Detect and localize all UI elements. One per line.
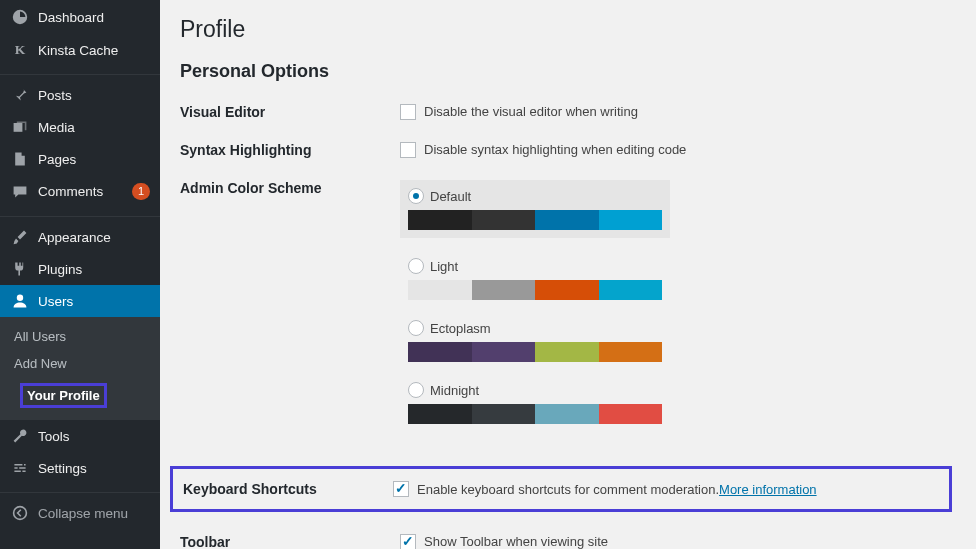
- wrench-icon: [10, 428, 30, 444]
- sidebar-item-label: Tools: [38, 429, 150, 444]
- sidebar-item-label: Dashboard: [38, 10, 150, 25]
- row-color-scheme: Admin Color Scheme Default Light Ectopla…: [180, 180, 956, 444]
- scheme-default-radio[interactable]: [408, 188, 424, 204]
- sidebar-item-label: Settings: [38, 461, 150, 476]
- sidebar-item-label: Kinsta Cache: [38, 43, 150, 58]
- row-syntax-highlight: Syntax Highlighting Disable syntax highl…: [180, 142, 956, 158]
- sidebar-item-pages[interactable]: Pages: [0, 143, 160, 175]
- row-visual-editor: Visual Editor Disable the visual editor …: [180, 104, 956, 120]
- users-submenu: All Users Add New Your Profile: [0, 317, 160, 420]
- sidebar-item-tools[interactable]: Tools: [0, 420, 160, 452]
- visual-editor-checkbox[interactable]: [400, 104, 416, 120]
- sidebar-item-kinsta[interactable]: K Kinsta Cache: [0, 34, 160, 66]
- scheme-light[interactable]: Light: [400, 258, 670, 300]
- menu-separator: [0, 212, 160, 217]
- scheme-midnight-radio[interactable]: [408, 382, 424, 398]
- syntax-field: Disable syntax highlighting when editing…: [400, 142, 956, 158]
- comments-badge: 1: [132, 183, 150, 200]
- scheme-default-label: Default: [430, 189, 471, 204]
- syntax-text: Disable syntax highlighting when editing…: [424, 142, 686, 158]
- sidebar-item-label: Appearance: [38, 230, 150, 245]
- sidebar-item-plugins[interactable]: Plugins: [0, 253, 160, 285]
- sidebar-item-dashboard[interactable]: Dashboard: [0, 0, 160, 34]
- scheme-ectoplasm-swatch: [408, 342, 662, 362]
- more-information-link[interactable]: More information: [719, 482, 817, 497]
- sidebar-item-label: Plugins: [38, 262, 150, 277]
- sidebar-item-label: Users: [38, 294, 150, 309]
- scheme-midnight-label: Midnight: [430, 383, 479, 398]
- scheme-default[interactable]: Default: [400, 180, 670, 238]
- color-scheme-field: Default Light Ectoplasm Midnight: [400, 180, 956, 444]
- section-personal-options: Personal Options: [180, 61, 956, 82]
- toolbar-label: Toolbar: [180, 534, 400, 549]
- toolbar-text: Show Toolbar when viewing site: [424, 534, 608, 549]
- visual-editor-label: Visual Editor: [180, 104, 400, 120]
- plug-icon: [10, 261, 30, 277]
- sliders-icon: [10, 460, 30, 476]
- scheme-default-swatch: [408, 210, 662, 230]
- svg-point-2: [14, 507, 27, 520]
- scheme-ectoplasm-radio[interactable]: [408, 320, 424, 336]
- color-scheme-label: Admin Color Scheme: [180, 180, 400, 444]
- sidebar-item-appearance[interactable]: Appearance: [0, 221, 160, 253]
- sub-all-users[interactable]: All Users: [0, 323, 160, 350]
- row-keyboard-shortcuts-highlight: Keyboard Shortcuts Enable keyboard short…: [170, 466, 952, 512]
- sidebar-item-label: Pages: [38, 152, 150, 167]
- scheme-midnight[interactable]: Midnight: [400, 382, 670, 424]
- menu-separator: [0, 488, 160, 493]
- kinsta-icon: K: [10, 42, 30, 58]
- media-icon: [10, 119, 30, 135]
- sidebar-item-media[interactable]: Media: [0, 111, 160, 143]
- comment-icon: [10, 184, 30, 200]
- svg-rect-0: [14, 123, 23, 132]
- scheme-ectoplasm-label: Ectoplasm: [430, 321, 491, 336]
- your-profile-highlight: Your Profile: [20, 383, 107, 408]
- toolbar-field: Show Toolbar when viewing site: [400, 534, 956, 549]
- sidebar-item-label: Comments: [38, 184, 128, 199]
- brush-icon: [10, 229, 30, 245]
- toolbar-checkbox[interactable]: [400, 534, 416, 549]
- collapse-menu[interactable]: Collapse menu: [0, 497, 160, 529]
- scheme-light-swatch: [408, 280, 662, 300]
- sidebar-item-label: Posts: [38, 88, 150, 103]
- keyboard-field: Enable keyboard shortcuts for comment mo…: [393, 481, 939, 497]
- keyboard-checkbox[interactable]: [393, 481, 409, 497]
- collapse-icon: [10, 505, 30, 521]
- page-title: Profile: [180, 16, 956, 43]
- sidebar-item-posts[interactable]: Posts: [0, 79, 160, 111]
- sidebar-item-settings[interactable]: Settings: [0, 452, 160, 484]
- dashboard-icon: [10, 8, 30, 26]
- sub-your-profile[interactable]: Your Profile: [0, 377, 160, 414]
- sidebar-item-label: Media: [38, 120, 150, 135]
- sub-add-new[interactable]: Add New: [0, 350, 160, 377]
- keyboard-label: Keyboard Shortcuts: [183, 481, 393, 497]
- scheme-midnight-swatch: [408, 404, 662, 424]
- content-area: Profile Personal Options Visual Editor D…: [160, 0, 976, 549]
- visual-editor-text: Disable the visual editor when writing: [424, 104, 638, 120]
- scheme-ectoplasm[interactable]: Ectoplasm: [400, 320, 670, 362]
- sidebar-item-comments[interactable]: Comments 1: [0, 175, 160, 208]
- visual-editor-field: Disable the visual editor when writing: [400, 104, 956, 120]
- user-icon: [10, 293, 30, 309]
- svg-point-1: [17, 295, 23, 301]
- syntax-label: Syntax Highlighting: [180, 142, 400, 158]
- collapse-label: Collapse menu: [38, 506, 150, 521]
- pin-icon: [10, 87, 30, 103]
- keyboard-text: Enable keyboard shortcuts for comment mo…: [417, 482, 719, 497]
- scheme-light-radio[interactable]: [408, 258, 424, 274]
- sidebar-item-users[interactable]: Users: [0, 285, 160, 317]
- scheme-light-label: Light: [430, 259, 458, 274]
- menu-separator: [0, 70, 160, 75]
- admin-sidebar: Dashboard K Kinsta Cache Posts Media Pag…: [0, 0, 160, 549]
- syntax-checkbox[interactable]: [400, 142, 416, 158]
- row-toolbar: Toolbar Show Toolbar when viewing site: [180, 534, 956, 549]
- page-icon: [10, 151, 30, 167]
